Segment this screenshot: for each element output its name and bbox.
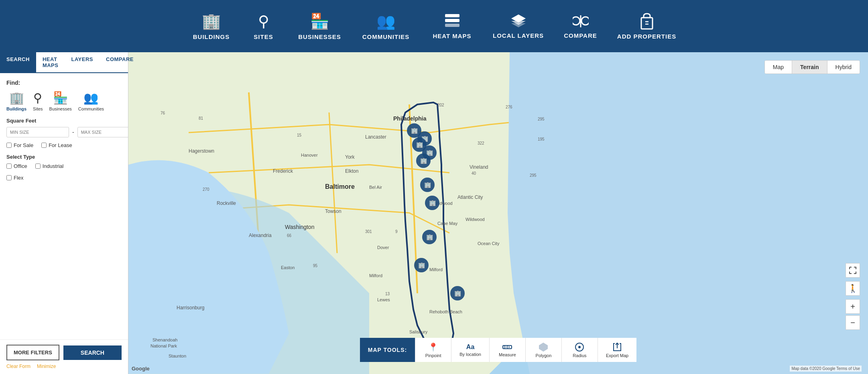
nav-item-communities[interactable]: 👥 COMMUNITIES [360,12,412,40]
nav-heat-maps-label: HEAT MAPS [433,33,471,39]
map-view-btn-hybrid[interactable]: Hybrid [827,61,860,74]
search-tabs: SEARCH HEAT MAPS LAYERS COMPARE [0,52,128,73]
find-type-sites[interactable]: ⚲ Sites [33,91,43,111]
tab-search[interactable]: SEARCH [0,52,36,72]
find-type-buildings[interactable]: 🏢 Buildings [6,91,26,111]
fullscreen-button[interactable] [846,263,860,278]
map-tool-polygon[interactable]: Polygon [525,338,561,362]
map-view-btn-map[interactable]: Map [765,61,792,74]
clear-form-link[interactable]: Clear Form [6,364,30,369]
svg-text:195: 195 [538,137,545,141]
minimize-link[interactable]: Minimize [37,364,56,369]
svg-text:13: 13 [385,292,390,296]
nav-buildings-label: BUILDINGS [193,33,230,40]
nav-item-heat-maps[interactable]: HEAT MAPS [428,13,476,39]
svg-text:270: 270 [203,187,209,192]
map-view-btn-terrain[interactable]: Terrain [792,61,827,74]
map-tool-pinpoint[interactable]: 📍 Pinpoint [415,338,451,362]
svg-text:Ocean City: Ocean City [478,241,500,246]
type-row-2: Flex [6,175,122,181]
zoom-in-button[interactable]: + [846,299,860,314]
find-businesses-icon: 🏪 [53,91,68,105]
size-dash: - [72,129,74,135]
person-icon: 🚶 [848,284,858,293]
nav-item-buildings[interactable]: 🏢 BUILDINGS [191,12,232,40]
svg-rect-2 [445,24,459,27]
for-sale-checkbox-item[interactable]: For Sale [6,142,33,148]
office-label: Office [14,163,27,169]
sale-lease-row: For Sale For Lease [6,142,122,148]
flex-checkbox[interactable] [6,175,12,180]
industrial-checkbox[interactable] [35,163,41,169]
for-lease-checkbox[interactable] [41,143,47,148]
street-view-button[interactable]: 🚶 [846,281,860,296]
svg-text:🏢: 🏢 [429,200,436,206]
office-checkbox-item[interactable]: Office [6,163,27,169]
for-sale-checkbox[interactable] [6,143,12,148]
communities-icon: 👥 [376,12,395,30]
office-checkbox[interactable] [6,163,12,169]
form-links: Clear Form Minimize [6,364,122,369]
nav-item-add-properties[interactable]: ADD PROPERTIES [617,13,677,40]
find-type-businesses[interactable]: 🏪 Businesses [49,91,72,111]
svg-marker-5 [511,23,526,27]
svg-text:🏢: 🏢 [424,182,431,188]
svg-text:Rehoboth Beach: Rehoboth Beach [429,309,462,314]
industrial-checkbox-item[interactable]: Industrial [35,163,64,169]
add-properties-icon [640,13,654,30]
svg-text:66: 66 [287,233,292,238]
min-size-input[interactable] [6,127,69,137]
map-tool-by-location[interactable]: Aa By location [451,338,489,362]
radius-label: Radius [573,353,586,358]
map-tool-export[interactable]: Export Map [598,338,636,362]
more-filters-button[interactable]: MORE FILTERS [6,345,59,360]
svg-text:Easton: Easton [281,265,295,270]
svg-text:9: 9 [395,229,398,234]
svg-text:202: 202 [437,103,444,107]
map-area[interactable]: Baltimore Philadelphia Washington Vinela… [128,52,868,374]
form-bottom: MORE FILTERS SEARCH Clear Form Minimize [0,339,128,374]
svg-rect-1 [445,19,459,22]
pinpoint-icon: 📍 [428,342,438,352]
nav-item-local-layers[interactable]: LOCAL LAYERS [492,14,545,39]
svg-text:295: 295 [538,117,545,121]
nav-item-compare[interactable]: COMPARE [561,14,601,39]
svg-text:🏢: 🏢 [454,290,461,297]
svg-text:295: 295 [530,173,537,178]
zoom-controls: + − [846,299,860,330]
for-lease-checkbox-item[interactable]: For Lease [41,142,72,148]
svg-text:Milford: Milford [369,273,382,278]
zoom-out-button[interactable]: − [846,315,860,330]
tab-compare[interactable]: COMPARE [100,52,140,72]
compare-icon [573,14,589,29]
find-buildings-icon: 🏢 [9,91,24,105]
nav-item-sites[interactable]: ⚲ SITES [248,12,280,40]
sites-icon: ⚲ [258,12,269,30]
search-form: Find: 🏢 Buildings ⚲ Sites 🏪 Businesses 👥 [0,73,128,339]
svg-rect-9 [641,18,653,29]
google-logo: Google [132,366,150,372]
svg-text:🏢: 🏢 [416,141,423,148]
nav-item-businesses[interactable]: 🏪 BUSINESSES [296,12,344,40]
find-type-communities[interactable]: 👥 Communities [78,91,104,111]
tab-heat-maps[interactable]: HEAT MAPS [36,52,65,72]
map-tool-radius[interactable]: Radius [561,338,598,362]
map-tool-measure[interactable]: Measure [489,338,525,362]
search-button[interactable]: SEARCH [63,345,122,360]
find-label: Find: [6,80,122,86]
svg-rect-0 [445,14,459,17]
nav-add-properties-label: ADD PROPERTIES [617,33,676,40]
svg-text:🏢: 🏢 [420,157,427,164]
fullscreen-icon [849,267,856,274]
tab-layers[interactable]: LAYERS [65,52,100,72]
find-buildings-label: Buildings [6,106,26,111]
map-attribution: Map data ©2020 Google Terms of Use [790,366,862,372]
svg-text:Baltimore: Baltimore [325,183,355,190]
map-tools-label: MAP TOOLS: [360,338,415,362]
svg-text:Hagerstown: Hagerstown [189,148,214,154]
svg-text:Frederick: Frederick [273,168,293,174]
flex-checkbox-item[interactable]: Flex [6,175,24,181]
svg-text:Alexandria: Alexandria [249,233,272,238]
measure-icon [502,343,512,351]
max-size-input[interactable] [77,127,128,137]
